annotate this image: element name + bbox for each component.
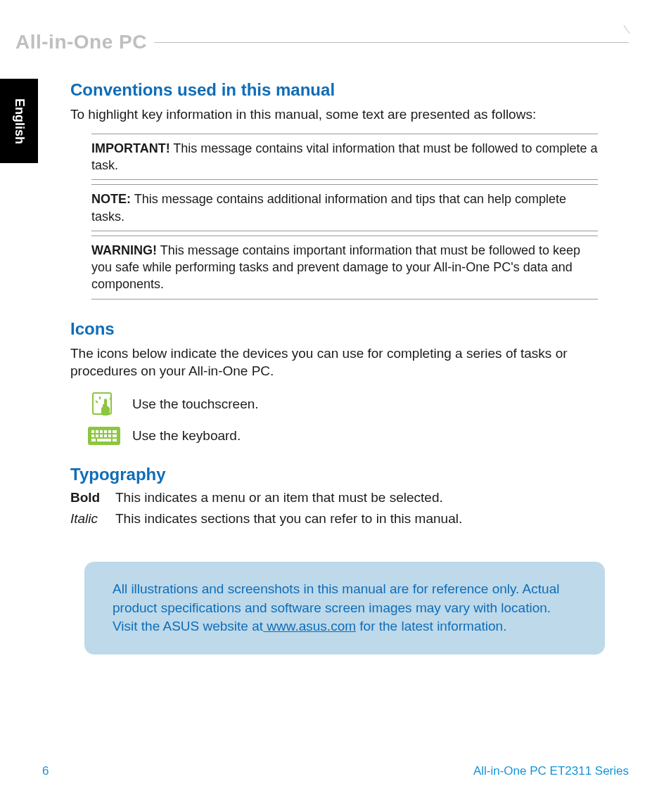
page-number: 6 — [42, 764, 49, 778]
typography-heading: Typography — [70, 465, 619, 484]
callout-text-after: for the latest information. — [356, 619, 506, 633]
svg-rect-9 — [108, 430, 111, 433]
important-label: IMPORTANT! — [91, 141, 170, 155]
series-label: All-in-One PC ET2311 Series — [473, 764, 629, 778]
svg-line-1 — [96, 401, 98, 403]
svg-rect-10 — [113, 430, 117, 433]
note-label: NOTE: — [91, 192, 131, 206]
callout-link[interactable]: www.asus.com — [263, 619, 356, 633]
svg-rect-19 — [113, 439, 117, 442]
icons-intro: The icons below indicate the devices you… — [70, 344, 619, 380]
svg-rect-14 — [104, 434, 107, 437]
keyboard-text: Use the keyboard. — [132, 428, 241, 444]
warning-label: WARNING! — [91, 243, 157, 257]
typography-bold-text: This indicates a menu or an item that mu… — [115, 490, 443, 505]
svg-rect-16 — [113, 434, 117, 437]
svg-rect-18 — [97, 439, 111, 442]
icon-row-keyboard: Use the keyboard. — [83, 427, 619, 445]
note-message: NOTE: This message contains additional i… — [91, 184, 598, 231]
typography-row-italic: Italic This indicates sections that you … — [70, 511, 619, 527]
svg-rect-5 — [91, 430, 94, 433]
svg-rect-12 — [96, 434, 98, 437]
svg-rect-17 — [91, 439, 96, 442]
info-callout: All illustrations and screenshots in thi… — [84, 562, 605, 655]
note-text: This message contains additional informa… — [91, 192, 566, 223]
page-content: Conventions used in this manual To highl… — [70, 80, 619, 655]
keyboard-icon — [83, 427, 125, 445]
typography-italic-label: Italic — [70, 511, 115, 527]
conventions-heading: Conventions used in this manual — [70, 80, 619, 100]
language-label: English — [12, 98, 27, 143]
important-message: IMPORTANT! This message contains vital i… — [91, 134, 598, 181]
page-header: All-in-One PC — [15, 31, 629, 53]
typography-bold-label: Bold — [70, 490, 115, 505]
language-tab: English — [0, 79, 38, 163]
header-rule — [154, 37, 629, 47]
page-footer: 6 All-in-One PC ET2311 Series — [42, 764, 629, 778]
product-line-title: All-in-One PC — [15, 31, 147, 53]
svg-rect-7 — [100, 430, 103, 433]
icons-heading: Icons — [70, 319, 619, 339]
warning-message: WARNING! This message contains important… — [91, 236, 598, 299]
typography-row-bold: Bold This indicates a menu or an item th… — [70, 490, 619, 505]
typography-italic-text: This indicates sections that you can ref… — [115, 511, 462, 527]
touchscreen-icon — [83, 390, 125, 418]
svg-rect-11 — [91, 434, 94, 437]
conventions-intro: To highlight key information in this man… — [70, 105, 619, 124]
svg-rect-8 — [104, 430, 107, 433]
touchscreen-text: Use the touchscreen. — [132, 397, 259, 412]
warning-text: This message contains important informat… — [91, 243, 580, 292]
svg-rect-15 — [108, 434, 111, 437]
icon-row-touchscreen: Use the touchscreen. — [83, 390, 619, 418]
svg-rect-6 — [96, 430, 98, 433]
svg-rect-13 — [100, 434, 103, 437]
